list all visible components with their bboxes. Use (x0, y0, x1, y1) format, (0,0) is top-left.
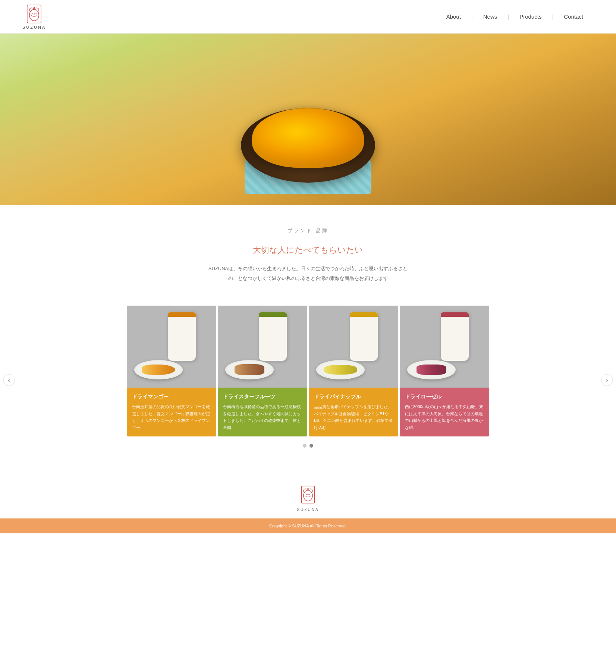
product-image-starfruit (218, 306, 307, 388)
product-card-pineapple[interactable]: ドライパイナップル 品品質な金鑚パイナップルを選びました。パイナップルは食物繊維… (309, 306, 398, 436)
carousel-dot-2[interactable] (309, 444, 313, 448)
footer-copyright: Copyright © SUZUNA All Rights Reserved. (269, 524, 347, 528)
svg-point-4 (308, 494, 308, 495)
logo[interactable]: SUZUNA (22, 4, 46, 29)
product-name-roselle: ドライローゼル (405, 394, 484, 400)
product-image-pineapple (309, 306, 398, 388)
product-info-roselle: ドライローゼル 西に3000m級の山々が連なる中央山脈。東には太平洋の大海原。台… (400, 388, 489, 436)
product-card-roselle[interactable]: ドライローゼル 西に3000m級の山々が連なる中央山脈。東には太平洋の大海原。台… (400, 306, 489, 436)
svg-point-0 (29, 9, 39, 20)
product-name-pineapple: ドライパイナップル (314, 394, 393, 400)
footer-logo-text: SUZUNA (297, 508, 319, 512)
brand-section: ブランド 品牌 大切な人にたべてもらいたい SUZUNAは、その想いから生まれま… (0, 205, 616, 291)
product-card-starfruit[interactable]: ドライスターフルーツ 台南楠西地域特産の品種である一紅龍楊桃を厳選しました。食べ… (218, 306, 307, 436)
product-name-mango: ドライマンゴー (132, 394, 211, 400)
product-image-mango (127, 306, 216, 388)
carousel-prev-button[interactable]: ‹ (3, 374, 15, 386)
product-desc-pineapple: 品品質な金鑚パイナップルを選びました。パイナップルは食物繊維、ビタミンB1やB6… (314, 403, 393, 431)
hero-section (0, 34, 616, 205)
nav-contact[interactable]: Contact (553, 13, 594, 20)
carousel-dot-1[interactable] (303, 444, 307, 448)
hero-content (0, 34, 616, 205)
logo-icon (24, 4, 44, 24)
brand-description: SUZUNAは、その想いから生まれました。日々の生活でつかれた時、ふと思い出すふ… (207, 264, 409, 283)
footer-bar: Copyright © SUZUNA All Rights Reserved. (0, 518, 616, 533)
product-desc-roselle: 西に3000m級の山々が連なる中央山脈。東には太平洋の大海原。台湾ならではの環境… (405, 403, 484, 431)
product-card-mango[interactable]: ドライマンゴー 台南玉井産の品質の良い愛文マンゴーを厳選しました。愛文マンゴーは… (127, 306, 216, 436)
nav-news[interactable]: News (473, 13, 508, 20)
logo-text: SUZUNA (22, 25, 46, 29)
product-image-roselle (400, 306, 489, 388)
header: SUZUNA About | News | Products | Contact (0, 0, 616, 34)
product-name-starfruit: ドライスターフルーツ (223, 394, 302, 400)
product-info-mango: ドライマンゴー 台南玉井産の品質の良い愛文マンゴーを厳選しました。愛文マンゴーは… (127, 388, 216, 436)
svg-point-3 (304, 490, 312, 501)
nav-products[interactable]: Products (509, 13, 552, 20)
product-info-starfruit: ドライスターフルーツ 台南楠西地域特産の品種である一紅龍楊桃を厳選しました。食べ… (218, 388, 307, 436)
product-info-pineapple: ドライパイナップル 品品質な金鑚パイナップルを選びました。パイナップルは食物繊維… (309, 388, 398, 436)
brand-subtitle: ブランド 品牌 (7, 227, 609, 234)
main-nav: About | News | Products | Contact (436, 13, 594, 20)
footer-logo-section: SUZUNA (0, 470, 616, 518)
nav-about[interactable]: About (436, 13, 471, 20)
carousel-next-button[interactable]: › (601, 374, 613, 386)
carousel-track: ドライマンゴー 台南玉井産の品質の良い愛文マンゴーを厳選しました。愛文マンゴーは… (0, 306, 616, 436)
footer-logo-icon (298, 485, 318, 504)
product-desc-starfruit: 台南楠西地域特産の品種である一紅龍楊桃を厳選しました。食べやすく短間状にカットし… (223, 403, 302, 431)
product-desc-mango: 台南玉井産の品質の良い愛文マンゴーを厳選しました。愛文マンゴーは収穫時間が短く、… (132, 403, 211, 431)
carousel-section: ‹ ドライマンゴー 台南玉井産の品質の良い愛文マンゴーを厳選しました。愛文マン (0, 291, 616, 470)
carousel-dots (0, 444, 616, 448)
svg-point-1 (34, 13, 35, 15)
hero-mango (252, 108, 364, 168)
brand-title: 大切な人にたべてもらいたい (7, 244, 609, 256)
